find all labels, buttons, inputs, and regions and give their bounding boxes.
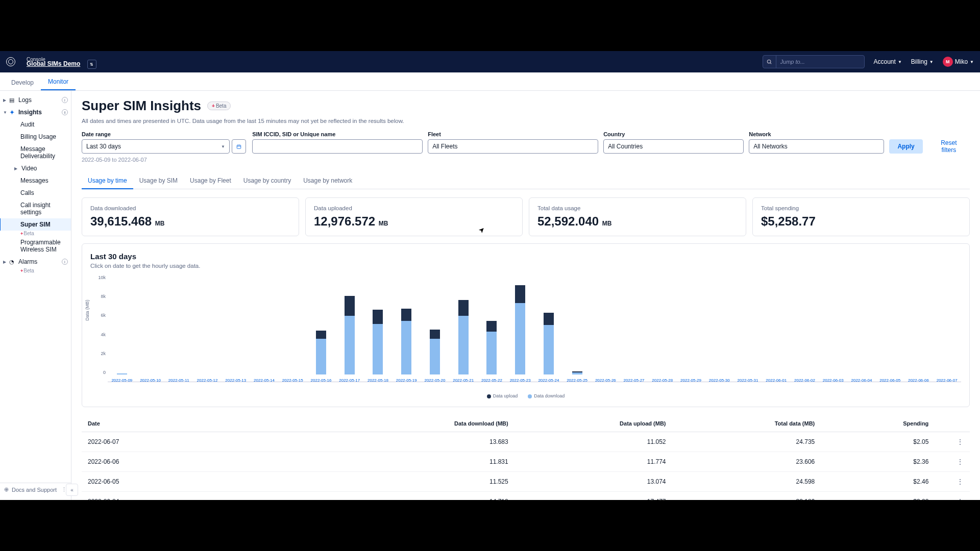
- usage-tab[interactable]: Usage by country: [237, 173, 297, 189]
- bar-slot[interactable]: 2022-05-23: [506, 275, 534, 382]
- usage-tab[interactable]: Usage by network: [297, 173, 358, 189]
- billing-menu[interactable]: Billing▼: [911, 58, 934, 65]
- apply-button[interactable]: Apply: [889, 139, 922, 154]
- bar-slot[interactable]: 2022-05-10: [136, 275, 165, 382]
- bar-date-label[interactable]: 2022-05-14: [254, 378, 275, 383]
- sidebar-item-message-deliverability[interactable]: Message Deliverability: [0, 143, 71, 162]
- sidebar-item-logs[interactable]: ▶▤Logsi: [0, 94, 71, 106]
- bar-date-label[interactable]: 2022-06-02: [794, 378, 815, 383]
- bar-date-label[interactable]: 2022-05-11: [168, 378, 189, 383]
- usage-tab[interactable]: Usage by Fleet: [184, 173, 237, 189]
- bar-slot[interactable]: 2022-06-06: [904, 275, 933, 382]
- sidebar-item-video[interactable]: ▶Video: [0, 162, 71, 174]
- bar-date-label[interactable]: 2022-06-05: [879, 378, 900, 383]
- global-search[interactable]: [763, 55, 865, 68]
- row-actions-icon[interactable]: ⋮: [928, 497, 964, 500]
- bar-slot[interactable]: 2022-05-09: [108, 275, 136, 382]
- sidebar-item-audit[interactable]: Audit: [0, 118, 71, 131]
- sidebar-item-billing-usage[interactable]: Billing Usage: [0, 131, 71, 143]
- bar-slot[interactable]: 2022-06-05: [876, 275, 904, 382]
- info-icon[interactable]: i: [62, 259, 68, 265]
- bar-slot[interactable]: 2022-05-12: [193, 275, 222, 382]
- bar-slot[interactable]: 2022-05-24: [534, 275, 563, 382]
- bar-date-label[interactable]: 2022-05-31: [738, 378, 758, 383]
- tab-monitor[interactable]: Monitor: [41, 74, 76, 90]
- project-selector[interactable]: Console Global SIMs Demo ⇅: [27, 55, 96, 69]
- bar-date-label[interactable]: 2022-05-17: [339, 378, 360, 383]
- sidebar-item-call-insight[interactable]: Call insight settings: [0, 199, 71, 218]
- bar-slot[interactable]: 2022-06-02: [791, 275, 819, 382]
- account-menu[interactable]: Account▼: [874, 58, 902, 65]
- sidebar-item-super-sim[interactable]: Super SIM: [0, 218, 71, 231]
- collapse-sidebar-button[interactable]: «: [66, 484, 78, 496]
- bar-slot[interactable]: 2022-05-20: [421, 275, 449, 382]
- bar-date-label[interactable]: 2022-05-10: [140, 378, 161, 383]
- sidebar-item-programmable-wireless[interactable]: Programmable Wireless SIM: [0, 236, 71, 256]
- bar-date-label[interactable]: 2022-05-23: [510, 378, 531, 383]
- bar-date-label[interactable]: 2022-06-01: [766, 378, 787, 383]
- bar-date-label[interactable]: 2022-05-22: [481, 378, 502, 383]
- sidebar-item-alarms[interactable]: ▶◔Alarmsi: [0, 256, 71, 268]
- bar-date-label[interactable]: 2022-05-26: [595, 378, 616, 383]
- row-actions-icon[interactable]: ⋮: [928, 458, 964, 466]
- tab-develop[interactable]: Develop: [4, 75, 41, 90]
- bar-date-label[interactable]: 2022-05-27: [624, 378, 645, 383]
- fleet-filter-select[interactable]: All Fleets: [428, 139, 598, 154]
- calendar-button[interactable]: [232, 139, 246, 154]
- bar-slot[interactable]: 2022-06-01: [762, 275, 791, 382]
- bar-date-label[interactable]: 2022-05-16: [311, 378, 332, 383]
- bar-slot[interactable]: 2022-05-30: [705, 275, 733, 382]
- bar-slot[interactable]: 2022-05-19: [392, 275, 421, 382]
- bar-date-label[interactable]: 2022-05-09: [111, 378, 132, 383]
- bar-slot[interactable]: 2022-05-15: [278, 275, 307, 382]
- bar-date-label[interactable]: 2022-05-25: [567, 378, 587, 383]
- bar-date-label[interactable]: 2022-05-29: [680, 378, 701, 383]
- sidebar-docs-support[interactable]: ⊕ Docs and Support ⋮: [0, 483, 71, 496]
- bar-slot[interactable]: 2022-05-22: [478, 275, 506, 382]
- bar-slot[interactable]: 2022-05-14: [250, 275, 279, 382]
- bar-slot[interactable]: 2022-05-28: [648, 275, 677, 382]
- bar-slot[interactable]: 2022-05-26: [591, 275, 620, 382]
- bar-date-label[interactable]: 2022-05-18: [368, 378, 388, 383]
- bar-slot[interactable]: 2022-05-31: [733, 275, 762, 382]
- bar-slot[interactable]: 2022-05-27: [620, 275, 648, 382]
- bar-slot[interactable]: 2022-05-25: [563, 275, 592, 382]
- bar-date-label[interactable]: 2022-05-19: [396, 378, 417, 383]
- bar-date-label[interactable]: 2022-05-20: [424, 378, 445, 383]
- sidebar-item-messages[interactable]: Messages: [0, 174, 71, 187]
- bar-slot[interactable]: 2022-05-29: [677, 275, 705, 382]
- bar-slot[interactable]: 2022-05-11: [164, 275, 193, 382]
- bar-date-label[interactable]: 2022-05-28: [652, 378, 673, 383]
- bar-slot[interactable]: 2022-05-17: [335, 275, 364, 382]
- reset-filters-button[interactable]: Reset filters: [928, 139, 970, 154]
- row-actions-icon[interactable]: ⋮: [928, 438, 964, 446]
- bar-slot[interactable]: 2022-05-13: [222, 275, 250, 382]
- bar-slot[interactable]: 2022-05-18: [364, 275, 393, 382]
- bar-date-label[interactable]: 2022-05-12: [197, 378, 218, 383]
- bar-date-label[interactable]: 2022-06-06: [908, 378, 929, 383]
- project-switch-icon[interactable]: ⇅: [87, 60, 96, 69]
- search-input[interactable]: [776, 59, 864, 65]
- bar-slot[interactable]: 2022-06-03: [819, 275, 847, 382]
- row-actions-icon[interactable]: ⋮: [928, 478, 964, 486]
- sim-filter-input[interactable]: [252, 139, 423, 154]
- usage-tab[interactable]: Usage by time: [82, 173, 133, 189]
- search-icon[interactable]: [763, 56, 776, 68]
- bar-date-label[interactable]: 2022-05-30: [709, 378, 730, 383]
- bar-date-label[interactable]: 2022-05-21: [453, 378, 474, 383]
- bar-date-label[interactable]: 2022-06-07: [937, 378, 958, 383]
- bar-date-label[interactable]: 2022-05-15: [282, 378, 303, 383]
- bar-slot[interactable]: 2022-05-21: [449, 275, 478, 382]
- date-range-select[interactable]: Last 30 days▼: [82, 139, 230, 154]
- network-filter-select[interactable]: All Networks: [749, 139, 884, 154]
- sidebar-item-calls[interactable]: Calls: [0, 187, 71, 199]
- bar-slot[interactable]: 2022-06-07: [933, 275, 961, 382]
- country-filter-select[interactable]: All Countries: [603, 139, 744, 154]
- sidebar-item-insights[interactable]: ▼✦Insightsi: [0, 106, 71, 118]
- bar-slot[interactable]: 2022-05-16: [307, 275, 335, 382]
- usage-tab[interactable]: Usage by SIM: [133, 173, 184, 189]
- bar-date-label[interactable]: 2022-06-04: [851, 378, 872, 383]
- bar-slot[interactable]: 2022-06-04: [847, 275, 876, 382]
- bar-date-label[interactable]: 2022-05-13: [225, 378, 246, 383]
- bar-date-label[interactable]: 2022-06-03: [823, 378, 844, 383]
